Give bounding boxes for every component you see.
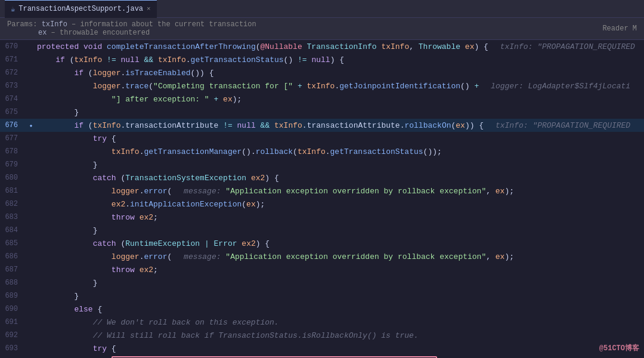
line-num-682: 682 [0,200,25,208]
table-row: 687 throw ex2; [0,263,644,276]
line-content-670: protected void completeTransactionAfterT… [37,42,639,51]
table-row: 678 txInfo.getTransactionManager().rollb… [0,145,644,158]
param1-desc: – information about the current transact… [72,20,256,29]
table-row: 692 // Will still roll back if Transacti… [0,329,644,342]
line-content-679: } [37,161,639,169]
line-num-675: 675 [0,108,25,116]
gutter-676: ⬥ [25,122,37,129]
line-num-679: 679 [0,161,25,169]
line-num-688: 688 [0,279,25,287]
table-row: 690 else { [0,303,644,316]
table-row: 672 if (logger.isTraceEnabled()) { [0,66,644,79]
line-content-675: } [37,108,639,117]
line-num-670: 670 [0,42,25,51]
line-content-680: catch (TransactionSystemException ex2) { [37,174,639,183]
info-bar: Params: txInfo – information about the c… [0,18,644,40]
table-row: 688 } [0,276,644,289]
line-num-684: 684 [0,226,25,234]
line-content-690: else { [37,305,639,314]
line-num-676: 676 [0,121,25,129]
line-content-689: } [37,292,639,301]
line-content-686: logger.error( message: "Application exce… [37,252,639,261]
line-num-685: 685 [0,239,25,248]
table-row: 680 catch (TransactionSystemException ex… [0,171,644,184]
params-info: Params: txInfo – information about the c… [7,20,256,37]
line-num-680: 680 [0,174,25,182]
line-content-676: if (txInfo.transactionAttribute != null … [37,121,639,130]
file-icon: ☕ [11,5,15,14]
line-content-685: catch (RuntimeException | Error ex2) { [37,239,639,248]
param1-name: txInfo [42,20,67,29]
line-content-693: try { [37,344,639,353]
table-row: 673 logger.trace("Completing transaction… [0,79,644,92]
table-row: 674 "] after exception: " + ex); [0,92,644,106]
line-content-677: try { [37,134,639,143]
red-box-highlight: txInfo.getTransactionManager().commit(tx… [112,356,437,359]
table-row: 691 // We don't roll back on this except… [0,316,644,329]
line-content-683: throw ex2; [37,213,639,222]
line-content-682: ex2.initApplicationException(ex); [37,200,639,209]
line-num-690: 690 [0,305,25,313]
line-num-686: 686 [0,252,25,261]
table-row: 670 protected void completeTransactionAf… [0,40,644,53]
watermark-label: @51CTO博客 [599,343,639,353]
line-content-691: // We don't roll back on this exception. [37,318,639,327]
line-num-677: 677 [0,134,25,143]
table-row: 675 } [0,106,644,119]
table-row: 686 logger.error( message: "Application … [0,250,644,263]
line-content-692: // Will still roll back if TransactionSt… [37,331,639,340]
code-lines: 670 protected void completeTransactionAf… [0,40,644,358]
line-num-693: 693 [0,344,25,353]
line-num-687: 687 [0,266,25,274]
line-content-672: if (logger.isTraceEnabled()) { [37,69,639,78]
table-row: 683 throw ex2; [0,211,644,224]
line-num-672: 672 [0,69,25,77]
table-row: 677 try { [0,132,644,145]
tab-close-button[interactable]: × [147,5,151,13]
code-area: 670 protected void completeTransactionAf… [0,40,644,358]
table-row: 694 txInfo.getTransactionManager().commi… [0,355,644,358]
params-label: Params: [7,20,37,29]
line-num-692: 692 [0,331,25,340]
line-num-673: 673 [0,82,25,90]
table-row: 684 } [0,224,644,237]
tab-filename: TransactionAspectSupport.java [18,5,143,13]
line-num-691: 691 [0,318,25,326]
table-row: 685 catch (RuntimeException | Error ex2)… [0,237,644,250]
line-content-681: logger.error( message: "Application exce… [37,187,639,196]
line-content-694: txInfo.getTransactionManager().commit(tx… [37,356,639,359]
line-content-684: } [37,226,639,235]
table-row: 676 ⬥ if (txInfo.transactionAttribute !=… [0,119,644,132]
param2-name: ex – throwable encountered [38,29,150,37]
table-row: 681 logger.error( message: "Application … [0,184,644,197]
table-row: 682 ex2.initApplicationException(ex); [0,197,644,211]
line-num-678: 678 [0,147,25,156]
line-content-671: if (txInfo != null && txInfo.getTransact… [37,55,639,64]
line-num-671: 671 [0,55,25,64]
table-row: 679 } [0,158,644,171]
line-num-674: 674 [0,95,25,103]
tab-bar: ☕ TransactionAspectSupport.java × [0,0,644,18]
file-tab[interactable]: ☕ TransactionAspectSupport.java × [5,0,157,18]
line-content-687: throw ex2; [37,266,639,274]
line-num-689: 689 [0,292,25,300]
line-content-688: } [37,279,639,288]
table-row: 671 if (txInfo != null && txInfo.getTran… [0,53,644,66]
line-content-678: txInfo.getTransactionManager().rollback(… [37,147,639,156]
line-content-674: "] after exception: " + ex); [37,95,639,104]
line-num-683: 683 [0,213,25,221]
reader-mode-label: Reader M [602,24,637,33]
line-content-673: logger.trace("Completing transaction for… [37,82,639,91]
line-num-681: 681 [0,187,25,195]
editor-container: ☕ TransactionAspectSupport.java × Params… [0,0,644,358]
table-row: 689 } [0,289,644,303]
table-row: 693 try { [0,342,644,355]
